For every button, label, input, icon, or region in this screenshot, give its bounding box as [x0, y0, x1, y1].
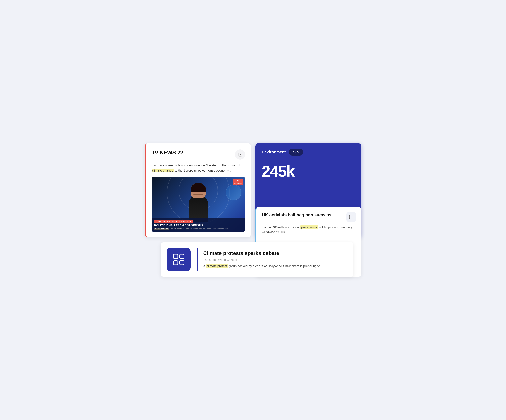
- uk-card-body: ...about 400 million tonnes of plastic w…: [262, 225, 356, 234]
- main-container: TV NEWS 22 ...and we speak with France's…: [145, 143, 361, 277]
- climate-divider: [197, 248, 198, 271]
- svg-rect-6: [173, 254, 178, 258]
- climate-title: Climate protests sparks debate: [203, 250, 348, 256]
- card-tv-news[interactable]: TV NEWS 22 ...and we speak with France's…: [145, 143, 251, 237]
- climate-logo: [167, 248, 191, 271]
- env-header: Environment ↗ 8%: [262, 149, 355, 156]
- climate-highlight: climate protest: [206, 264, 228, 268]
- uk-card-title: UK activists hail bag ban success: [262, 212, 343, 218]
- tv-news-title: TV NEWS 22: [152, 149, 183, 156]
- climate-source: The Green World Gazette: [203, 258, 348, 261]
- uk-text-before: ...about 400 million tonnes of: [262, 225, 300, 229]
- uk-highlight: plastic waste: [300, 225, 319, 229]
- climate-text-after: group backed by a cadre of Hollywood fil…: [228, 264, 323, 268]
- news-channel-logo: 22 TV NEWS: [233, 179, 243, 185]
- news-sub: DAILY REPORT WOMAN DEFIES ALL ODDS, CONS…: [154, 228, 242, 230]
- news-sub-text: WOMAN DEFIES ALL ODDS, CONSTRUCTS ROLLER…: [170, 228, 228, 230]
- tv-news-highlight: climate change: [152, 169, 174, 172]
- news-lower-third: DATA SHOWS STEADY GROWTH POLITICIANS REA…: [152, 217, 245, 232]
- svg-rect-8: [173, 260, 178, 265]
- uk-card-header: UK activists hail bag ban success: [262, 212, 356, 222]
- news-sub-label: DAILY REPORT: [154, 228, 169, 230]
- env-label: Environment: [262, 150, 286, 154]
- climate-body: A climate protest group backed by a cadr…: [203, 264, 348, 269]
- env-badge: ↗ 8%: [289, 149, 303, 156]
- tv-news-text-before: ...and we speak with France's Finance Mi…: [152, 164, 240, 167]
- climate-logo-wrapper: [161, 248, 197, 271]
- tv-news-header: TV NEWS 22: [152, 149, 245, 160]
- article-icon: [346, 212, 356, 222]
- climate-text-before: A: [203, 264, 206, 268]
- svg-rect-7: [180, 254, 184, 258]
- news-ticker: DATA SHOWS STEADY GROWTH: [154, 220, 193, 223]
- tv-news-text-after: to the European powerhouse economy...: [174, 169, 231, 172]
- env-number: 245k: [262, 163, 355, 179]
- tv-news-body: ...and we speak with France's Finance Mi…: [152, 163, 245, 173]
- climate-content: Climate protests sparks debate The Green…: [203, 250, 348, 269]
- card-climate-protests[interactable]: Climate protests sparks debate The Green…: [161, 242, 353, 277]
- svg-rect-9: [180, 260, 184, 265]
- news-image: DATA SHOWS STEADY GROWTH POLITICIANS REA…: [152, 177, 245, 232]
- env-badge-text: ↗ 8%: [292, 150, 300, 154]
- play-button[interactable]: [235, 149, 245, 160]
- news-headline: POLITICIANS REACH CONSENSUS: [154, 224, 242, 227]
